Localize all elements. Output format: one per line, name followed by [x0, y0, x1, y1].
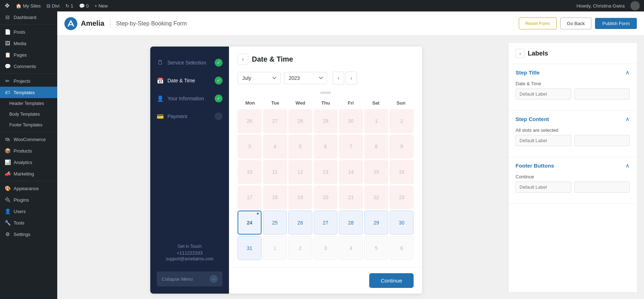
- cal-day-3: 3: [238, 135, 262, 159]
- day-thu: Thu: [313, 98, 338, 108]
- marketing-icon: 📣: [4, 171, 11, 177]
- cal-day-30[interactable]: 30: [390, 211, 414, 235]
- sidebar-item-users[interactable]: 👤 Users: [0, 206, 57, 217]
- cal-day-29[interactable]: 29: [364, 211, 388, 235]
- sidebar-item-projects[interactable]: ✏ Projects: [0, 75, 57, 87]
- footer-buttons-section-content: Continue: [508, 174, 637, 203]
- year-select[interactable]: 2023 2024: [284, 72, 327, 84]
- month-select[interactable]: July August September: [238, 72, 280, 84]
- wp-logo-icon: ❖: [4, 2, 10, 10]
- sidebar-item-header-templates[interactable]: Header Templates: [0, 98, 57, 109]
- sidebar-item-products[interactable]: 📦 Products: [0, 145, 57, 156]
- sidebar-item-dashboard[interactable]: ⊟ Dashboard: [0, 11, 57, 23]
- date-time-custom-input[interactable]: [574, 88, 630, 100]
- step-title-toggle-icon: ∧: [625, 69, 630, 76]
- continue-label-name: Continue: [516, 174, 630, 179]
- footer-buttons-section-label: Footer Buttons: [516, 163, 554, 169]
- sidebar-item-settings[interactable]: ⚙ Settings: [0, 228, 57, 240]
- cal-day-24[interactable]: 24: [238, 211, 262, 235]
- booking-container: 🗒 Service Selection ✓ 📅 Date & Time ✓ 👤 …: [150, 47, 422, 294]
- sidebar-item-plugins[interactable]: 🔌 Plugins: [0, 194, 57, 206]
- analytics-icon: 📊: [4, 159, 11, 165]
- calendar-day-names: Mon Tue Wed Thu Fri Sat Sun: [238, 98, 414, 108]
- go-back-button[interactable]: Go Back: [560, 18, 592, 29]
- calendar-next-button[interactable]: ›: [346, 72, 357, 85]
- cal-day-25[interactable]: 25: [263, 211, 287, 235]
- sidebar-item-body-templates[interactable]: Body Templates: [0, 109, 57, 120]
- cal-day-11: 11: [263, 160, 287, 184]
- footer-buttons-section-header[interactable]: Footer Buttons ∧: [508, 157, 637, 174]
- all-slots-custom-input[interactable]: [574, 135, 630, 146]
- cal-day-28-prev: 28: [288, 109, 312, 133]
- date-time-default-input[interactable]: [516, 88, 571, 100]
- cal-day-8: 8: [364, 135, 388, 159]
- continue-custom-input[interactable]: [574, 182, 630, 193]
- media-icon: 🖼: [4, 40, 11, 46]
- cal-day-31[interactable]: 31: [238, 236, 262, 260]
- collapse-menu-button[interactable]: Collapse Menu →: [157, 271, 223, 286]
- admin-bar-updates[interactable]: ↻ 1: [65, 3, 73, 9]
- cal-day-13: 13: [314, 160, 338, 184]
- date-time-label-fields: [516, 88, 630, 100]
- sidebar-item-comments[interactable]: 💬 Comments: [0, 61, 57, 72]
- sidebar-item-appearance[interactable]: 🎨 Appearance: [0, 183, 57, 194]
- info-check-icon: ✓: [215, 95, 223, 102]
- steps-footer: Get in Touch +111222333 support@ameliatm…: [150, 238, 229, 267]
- cal-day-1-next: 1: [263, 236, 287, 260]
- sidebar-item-tools[interactable]: 🔧 Tools: [0, 217, 57, 228]
- continue-button[interactable]: Continue: [369, 273, 414, 288]
- label-section-step-title: Step Title ∧ Date & Time: [508, 64, 637, 111]
- wp-sidebar: ⊟ Dashboard 📄 Posts 🖼 Media 📋 Pages 💬 Co…: [0, 11, 57, 299]
- continue-default-input[interactable]: [516, 182, 571, 193]
- cal-day-6-next: 6: [390, 236, 414, 260]
- step-title-section-header[interactable]: Step Title ∧: [508, 64, 637, 81]
- admin-bar-new[interactable]: + New: [94, 3, 108, 9]
- admin-bar-divi[interactable]: ⊟ Divi: [47, 3, 60, 9]
- calendar-back-button[interactable]: ‹: [238, 54, 248, 64]
- header-actions: Reset Form Go Back Publish Form: [519, 18, 637, 29]
- step-payment[interactable]: 💳 Payment: [150, 107, 229, 125]
- sidebar-item-woocommerce[interactable]: 🛍 WooCommerce: [0, 134, 57, 145]
- cal-day-12: 12: [288, 160, 312, 184]
- admin-bar-mysites[interactable]: 🏠 My Sites: [16, 3, 41, 9]
- sidebar-item-templates[interactable]: 🏷 Templates: [0, 87, 57, 98]
- sidebar-item-pages[interactable]: 📋 Pages: [0, 49, 57, 61]
- cal-day-28[interactable]: 28: [339, 211, 363, 235]
- sidebar-item-posts[interactable]: 📄 Posts: [0, 26, 57, 38]
- admin-bar-comments[interactable]: 💬 0: [79, 3, 89, 9]
- get-in-touch-label: Get in Touch: [157, 244, 223, 249]
- day-mon: Mon: [238, 98, 263, 108]
- svg-point-0: [64, 17, 77, 30]
- reset-form-button[interactable]: Reset Form: [519, 18, 557, 29]
- plugins-icon: 🔌: [4, 197, 11, 203]
- step-your-information[interactable]: 👤 Your Information ✓: [150, 90, 229, 107]
- step-content-toggle-icon: ∧: [625, 116, 630, 122]
- sidebar-item-marketing[interactable]: 📣 Marketing: [0, 168, 57, 179]
- sidebar-item-analytics[interactable]: 📊 Analytics: [0, 156, 57, 168]
- step-title-section-label: Step Title: [516, 69, 540, 76]
- all-slots-default-input[interactable]: [516, 135, 571, 146]
- cal-day-26[interactable]: 26: [288, 211, 312, 235]
- cal-day-27-prev: 27: [263, 109, 287, 133]
- step-date-time[interactable]: 📅 Date & Time ✓: [150, 72, 229, 90]
- sidebar-item-media[interactable]: 🖼 Media: [0, 38, 57, 49]
- cal-day-23: 23: [390, 185, 414, 209]
- step-service-selection[interactable]: 🗒 Service Selection ✓: [150, 54, 229, 72]
- step-content-section-header[interactable]: Step Content ∧: [508, 111, 637, 127]
- admin-bar: ❖ 🏠 My Sites ⊟ Divi ↻ 1 💬 0 + New Howdy,…: [0, 0, 644, 11]
- calendar-prev-button[interactable]: ‹: [333, 72, 344, 85]
- datetime-step-icon: 📅: [157, 77, 164, 84]
- cal-day-6: 6: [314, 135, 338, 159]
- continue-label-fields: [516, 182, 630, 193]
- cal-day-22: 22: [364, 185, 388, 209]
- labels-back-button[interactable]: ‹: [516, 49, 525, 58]
- publish-form-button[interactable]: Publish Form: [595, 18, 637, 29]
- cal-day-29-prev: 29: [314, 109, 338, 133]
- cal-day-27[interactable]: 27: [314, 211, 338, 235]
- user-avatar: [630, 1, 640, 10]
- cal-day-2-a: 2: [390, 109, 414, 133]
- calendar-header-row: ‹ Date & Time: [238, 54, 414, 64]
- sidebar-item-footer-templates[interactable]: Footer Templates: [0, 120, 57, 130]
- labels-panel: ‹ Labels Step Title ∧ Date & Time: [508, 43, 637, 292]
- products-icon: 📦: [4, 148, 11, 154]
